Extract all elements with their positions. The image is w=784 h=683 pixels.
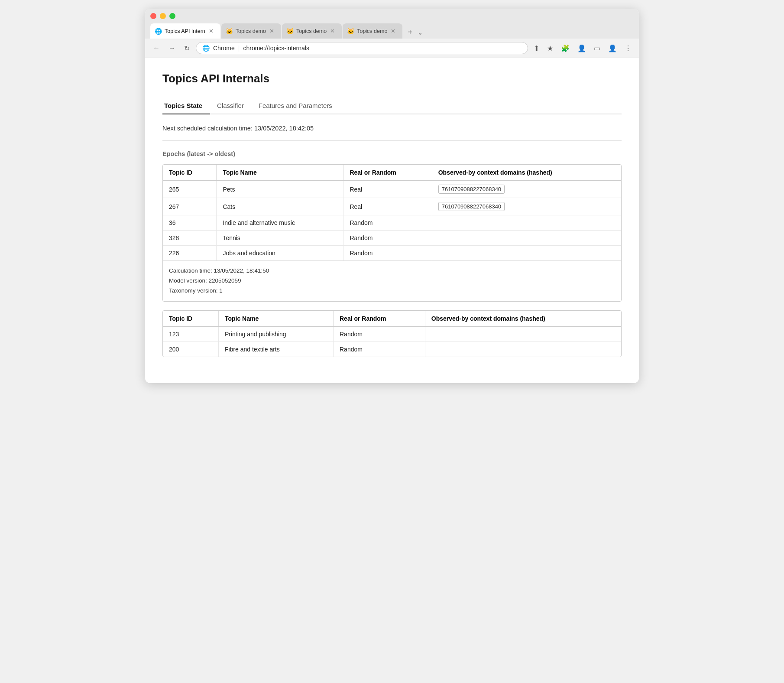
cell-topic-name: Cats — [217, 198, 343, 215]
table-row: 328TennisRandom — [163, 231, 621, 246]
col-topic-name: Topic Name — [217, 165, 343, 181]
page-content: Topics API Internals Topics State Classi… — [145, 58, 639, 383]
cell-topic-id: 328 — [163, 231, 217, 246]
address-separator: | — [238, 45, 240, 52]
tab-4-icon: 🐱 — [347, 28, 354, 35]
tab-topics-state[interactable]: Topics State — [162, 98, 210, 114]
back-button[interactable]: ← — [150, 42, 162, 54]
menu-icon[interactable]: ⋮ — [622, 43, 634, 54]
cell-observed-domains: 7610709088227068340 — [432, 198, 621, 215]
cell-observed-domains — [425, 326, 621, 342]
epoch-1-model-version: Model version: 2205052059 — [169, 276, 615, 286]
browser-window: 🌐 Topics API Intern ✕ 🐱 Topics demo ✕ 🐱 … — [145, 9, 639, 383]
col2-observed-domains: Observed-by context domains (hashed) — [425, 311, 621, 327]
epoch-table-1: Topic ID Topic Name Real or Random Obser… — [163, 165, 621, 260]
cell-topic-id: 123 — [163, 326, 218, 342]
tab-4-close[interactable]: ✕ — [390, 27, 396, 35]
tab-navigation: Topics State Classifier Features and Par… — [162, 98, 622, 114]
cell-real-random: Random — [333, 342, 425, 357]
tabs-extra: + ⌄ — [405, 26, 423, 39]
address-bar[interactable]: 🌐 Chrome | chrome://topics-internals — [196, 42, 528, 54]
cell-real-random: Random — [343, 215, 432, 231]
tab-list-button[interactable]: ⌄ — [418, 29, 423, 36]
traffic-lights — [150, 13, 634, 19]
cell-topic-id: 265 — [163, 181, 217, 198]
account-icon[interactable]: 👤 — [606, 43, 619, 54]
maximize-button[interactable] — [169, 13, 175, 19]
tab-3-label: Topics demo — [296, 28, 327, 34]
share-icon[interactable]: ⬆ — [531, 43, 541, 54]
toolbar-actions: ⬆ ★ 🧩 👤 ▭ 👤 ⋮ — [531, 43, 634, 54]
tab-3-icon: 🐱 — [286, 28, 294, 35]
cell-real-random: Random — [343, 231, 432, 246]
cell-topic-name: Printing and publishing — [218, 326, 333, 342]
tab-4-label: Topics demo — [357, 28, 387, 34]
cell-topic-id: 200 — [163, 342, 218, 357]
toolbar: ← → ↻ 🌐 Chrome | chrome://topics-interna… — [145, 39, 639, 58]
address-url: chrome://topics-internals — [243, 45, 309, 52]
browser-tab-1[interactable]: 🌐 Topics API Intern ✕ — [150, 23, 220, 39]
cell-real-random: Random — [343, 246, 432, 261]
close-button[interactable] — [150, 13, 156, 19]
tab-3-close[interactable]: ✕ — [329, 27, 336, 35]
epoch-box-2: Topic ID Topic Name Real or Random Obser… — [162, 310, 622, 357]
epoch-box-1: Topic ID Topic Name Real or Random Obser… — [162, 164, 622, 302]
reload-button[interactable]: ↻ — [181, 42, 192, 54]
tab-2-label: Topics demo — [236, 28, 266, 34]
col2-topic-name: Topic Name — [218, 311, 333, 327]
table-row: 265PetsReal7610709088227068340 — [163, 181, 621, 198]
epoch-2-header-row: Topic ID Topic Name Real or Random Obser… — [163, 311, 621, 327]
epoch-1-header-row: Topic ID Topic Name Real or Random Obser… — [163, 165, 621, 181]
tab-2-close[interactable]: ✕ — [269, 27, 275, 35]
address-protocol: Chrome — [213, 45, 235, 52]
table-row: 200Fibre and textile artsRandom — [163, 342, 621, 357]
bookmark-icon[interactable]: ★ — [545, 43, 555, 54]
cell-topic-name: Tennis — [217, 231, 343, 246]
extensions-icon[interactable]: 🧩 — [559, 43, 572, 54]
cell-real-random: Real — [343, 181, 432, 198]
cell-observed-domains — [425, 342, 621, 357]
site-security-icon: 🌐 — [202, 45, 210, 52]
epoch-1-calc-time: Calculation time: 13/05/2022, 18:41:50 — [169, 266, 615, 276]
col2-topic-id: Topic ID — [163, 311, 218, 327]
browser-tabs-bar: 🌐 Topics API Intern ✕ 🐱 Topics demo ✕ 🐱 … — [150, 23, 634, 39]
cell-topic-name: Fibre and textile arts — [218, 342, 333, 357]
cell-observed-domains — [432, 231, 621, 246]
page-title: Topics API Internals — [162, 72, 622, 85]
browser-tab-4[interactable]: 🐱 Topics demo ✕ — [343, 23, 402, 39]
cell-topic-name: Jobs and education — [217, 246, 343, 261]
browser-tab-3[interactable]: 🐱 Topics demo ✕ — [282, 23, 342, 39]
new-tab-button[interactable]: + — [405, 26, 415, 39]
epochs-label: Epochs (latest -> oldest) — [162, 150, 622, 157]
col2-real-random: Real or Random — [333, 311, 425, 327]
divider — [162, 140, 622, 141]
cell-observed-domains — [432, 246, 621, 261]
epoch-1-taxonomy-version: Taxonomy version: 1 — [169, 286, 615, 296]
forward-button[interactable]: → — [166, 42, 178, 54]
table-row: 123Printing and publishingRandom — [163, 326, 621, 342]
browser-tab-2[interactable]: 🐱 Topics demo ✕ — [221, 23, 281, 39]
cell-real-random: Real — [343, 198, 432, 215]
cell-observed-domains — [432, 215, 621, 231]
cell-topic-name: Pets — [217, 181, 343, 198]
tab-features-params[interactable]: Features and Parameters — [257, 98, 340, 114]
title-bar: 🌐 Topics API Intern ✕ 🐱 Topics demo ✕ 🐱 … — [145, 9, 639, 39]
tab-1-label: Topics API Intern — [165, 28, 205, 34]
table-row: 36Indie and alternative musicRandom — [163, 215, 621, 231]
epoch-table-2: Topic ID Topic Name Real or Random Obser… — [163, 311, 621, 357]
minimize-button[interactable] — [160, 13, 166, 19]
tab-1-icon: 🌐 — [155, 28, 162, 35]
cell-real-random: Random — [333, 326, 425, 342]
cell-topic-id: 36 — [163, 215, 217, 231]
schedule-text: Next scheduled calculation time: 13/05/2… — [162, 125, 622, 132]
tab-classifier[interactable]: Classifier — [215, 98, 252, 114]
col-real-random: Real or Random — [343, 165, 432, 181]
cell-topic-name: Indie and alternative music — [217, 215, 343, 231]
sidebar-toggle-icon[interactable]: ▭ — [592, 43, 603, 54]
domain-tag: 7610709088227068340 — [438, 185, 505, 194]
tab-1-close[interactable]: ✕ — [208, 27, 214, 35]
profile-icon[interactable]: 👤 — [575, 43, 588, 54]
col-topic-id: Topic ID — [163, 165, 217, 181]
cell-topic-id: 267 — [163, 198, 217, 215]
table-row: 226Jobs and educationRandom — [163, 246, 621, 261]
